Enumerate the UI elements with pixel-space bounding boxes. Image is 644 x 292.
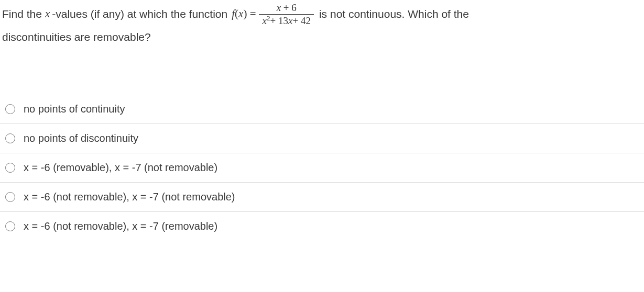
option-row[interactable]: no points of discontinuity	[0, 123, 644, 153]
radio-icon[interactable]	[5, 104, 15, 114]
radio-icon[interactable]	[5, 221, 15, 231]
radio-icon[interactable]	[5, 133, 15, 143]
option-label: x = -6 (not removable), x = -7 (not remo…	[24, 191, 235, 203]
option-label: x = -6 (removable), x = -7 (not removabl…	[24, 162, 217, 174]
variable-x: x	[45, 4, 50, 25]
numerator: x + 6	[274, 2, 300, 14]
denominator: x2+ 13x+ 42	[259, 14, 313, 27]
question-text-part: -values (if any) at which the function	[52, 4, 227, 25]
option-row[interactable]: x = -6 (not removable), x = -7 (removabl…	[0, 211, 644, 241]
fraction: x + 6 x2+ 13x+ 42	[259, 2, 313, 27]
option-row[interactable]: no points of continuity	[0, 95, 644, 123]
function-label: f(x) =	[232, 4, 256, 25]
options-list: no points of continuity no points of dis…	[0, 95, 644, 241]
option-label: no points of continuity	[24, 103, 125, 115]
option-row[interactable]: x = -6 (not removable), x = -7 (not remo…	[0, 182, 644, 211]
option-row[interactable]: x = -6 (removable), x = -7 (not removabl…	[0, 153, 644, 182]
radio-icon[interactable]	[5, 163, 15, 173]
question-text-part: discontinuities are removable?	[2, 27, 642, 48]
option-label: no points of discontinuity	[24, 132, 138, 144]
option-label: x = -6 (not removable), x = -7 (removabl…	[24, 220, 217, 232]
question-text-part: is not continuous. Which of the	[319, 4, 469, 25]
question-text-part: Find the	[2, 4, 42, 25]
question-prompt: Find the x -values (if any) at which the…	[0, 0, 644, 48]
radio-icon[interactable]	[5, 192, 15, 202]
